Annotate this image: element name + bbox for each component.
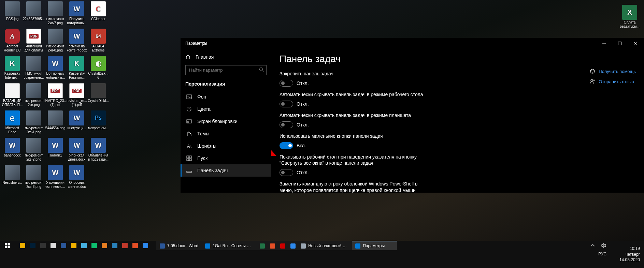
desktop-icon-label: Kaspersky Internet... <box>1 72 23 79</box>
volume-icon[interactable] <box>601 243 606 248</box>
toggle-switch[interactable] <box>280 142 293 149</box>
close-button[interactable] <box>628 38 643 49</box>
tray-clock[interactable]: 10:19 четверг 14.05.2020 <box>619 241 641 268</box>
desktop-icon[interactable]: baner.docx <box>1 138 23 158</box>
desktop-icon[interactable]: Японская диета.docx <box>66 138 88 161</box>
nav-item-Пуск[interactable]: Пуск <box>181 152 271 164</box>
desktop-icon[interactable]: Объявления в подъезде... <box>87 138 109 161</box>
nav-item-Фон[interactable]: Фон <box>181 91 271 103</box>
desktop-icon[interactable]: Опросник шенген.doc <box>66 165 88 189</box>
taskbar-task[interactable] <box>267 241 277 250</box>
desktop-icon-label: Kaspersky Passwor... <box>66 72 88 79</box>
svg-point-11 <box>190 109 190 110</box>
desktop-icon[interactable]: гмс-ремонт 2кв.png <box>23 83 45 107</box>
nav-item-Шрифты[interactable]: AAШрифты <box>181 140 271 152</box>
taskbar-pin[interactable] <box>48 241 58 250</box>
desktop-icon[interactable]: квитанция для оплаты пат... <box>23 29 45 53</box>
taskbar-pin[interactable] <box>38 241 48 250</box>
desktop-icon[interactable]: макросъем... <box>87 110 109 130</box>
desktop-icon[interactable]: гмс-ремонт 2кв-8.png <box>44 29 66 52</box>
minimize-button[interactable] <box>596 38 612 49</box>
taskbar-task[interactable] <box>287 241 297 250</box>
taskbar-task[interactable] <box>277 241 287 250</box>
desktop-icon[interactable]: Microsoft Edge <box>1 110 23 134</box>
desktop-icon-label: ГМС-кухня современн... <box>23 72 45 79</box>
desktop-icon[interactable]: Оплата редактуры... <box>619 5 641 28</box>
taskbar-task[interactable]: Новый текстовый до... <box>297 241 352 250</box>
desktop-icon[interactable]: INVITRO_23... (1).pdf <box>44 83 66 107</box>
taskbar-pin[interactable] <box>100 241 109 250</box>
taskbar-tasks: 7.05.docx - Word1Gai.Ru - Советы и т...Н… <box>156 241 397 250</box>
toggle-switch[interactable] <box>280 101 293 107</box>
desktop-icon[interactable]: CrystalDisk... 6 <box>87 56 109 79</box>
taskbar-icon <box>186 168 192 173</box>
desktop-icon[interactable]: гмс-ремонт 2кв-3.png <box>23 165 45 189</box>
desktop-icon[interactable]: Kaspersky Passwor... <box>66 56 88 79</box>
start-button[interactable] <box>0 241 14 250</box>
toggle-switch[interactable] <box>280 80 293 87</box>
nav-item-Цвета[interactable]: Цвета <box>181 103 271 115</box>
toggle-switch[interactable] <box>280 121 293 128</box>
desktop-icon-label: Японская диета.docx <box>66 153 88 161</box>
desktop-icon[interactable]: гмс-ремонт 2кв-7.png <box>44 1 66 25</box>
taskbar-pin[interactable] <box>79 241 89 250</box>
taskbar-task[interactable] <box>256 241 267 250</box>
desktop-icon[interactable]: гмс-ремонт 2кв-1.png <box>23 110 45 134</box>
desktop-icon[interactable]: Acrobat Reader DC <box>1 29 23 52</box>
taskbar-pin[interactable] <box>28 241 38 250</box>
svg-text:A: A <box>189 145 191 148</box>
desktop-icon[interactable]: revisium_re... (1).pdf <box>66 83 88 107</box>
desktop-icon[interactable]: CrystalDiskI... <box>87 83 109 103</box>
desktop-icon[interactable]: Kaspersky Internet... <box>1 56 23 79</box>
taskbar-pin[interactable] <box>130 241 140 250</box>
desktop-icon-label: Вот почему мобильны... <box>44 72 66 79</box>
desktop-icon[interactable]: PCS.jpg <box>1 1 23 21</box>
desktop-icon-label: ВАТАНЦИЯ ОПЛАТЫ П... <box>1 99 23 107</box>
desktop-icon[interactable]: ссылки на контент.docx <box>66 29 88 52</box>
desktop-icon[interactable]: Nesushie-v... <box>1 165 23 185</box>
nav-item-Экран блокировки[interactable]: Экран блокировки <box>181 115 271 128</box>
svg-rect-13 <box>187 121 189 122</box>
desktop-icon[interactable]: Налоги1 <box>44 138 66 158</box>
svg-rect-16 <box>187 156 189 158</box>
tray-language[interactable]: РУС <box>598 252 606 256</box>
taskbar-pin[interactable] <box>110 241 119 250</box>
toggle-switch[interactable] <box>280 169 293 176</box>
desktop-icon-label: revisium_re... (1).pdf <box>66 99 88 107</box>
desktop-icon[interactable]: AIDA64 Extreme <box>87 29 109 52</box>
nav-item-Панель задач[interactable]: Панель задач <box>181 164 271 177</box>
desktop-icon-label: У компании есть неско... <box>44 181 66 189</box>
desktop-icon-label: PCS.jpg <box>1 17 23 21</box>
taskbar-pin[interactable] <box>141 241 150 250</box>
desktop-icon[interactable]: Вот почему мобильны... <box>44 56 66 79</box>
desktop-icon[interactable]: ВАТАНЦИЯ ОПЛАТЫ П... <box>1 83 23 107</box>
desktop-icon[interactable]: 5444554.png <box>44 110 66 130</box>
feedback-label: Отправить отзыв <box>599 79 634 84</box>
taskbar-pin[interactable] <box>69 241 78 250</box>
search-input[interactable] <box>185 65 267 75</box>
desktop-icon-label: 5444554.png <box>44 126 66 130</box>
text-icon <box>5 83 20 98</box>
taskbar-task[interactable]: 1Gai.Ru - Советы и т... <box>202 241 256 250</box>
taskbar-pin[interactable] <box>18 241 27 250</box>
taskbar-pin[interactable] <box>120 241 130 250</box>
chevron-up-icon[interactable] <box>591 243 595 248</box>
taskbar-pin[interactable] <box>59 241 68 250</box>
taskbar-pin[interactable] <box>89 241 99 250</box>
desktop-icon[interactable]: ГМС-кухня современн... <box>23 56 45 79</box>
desktop-icon[interactable]: У компании есть неско... <box>44 165 66 189</box>
nav-home[interactable]: Главная <box>181 51 271 63</box>
desktop-icon[interactable]: гмс-ремонт 2кв-2.png <box>23 138 45 161</box>
get-help-link[interactable]: Получить помощь <box>590 69 636 74</box>
taskbar-task[interactable]: Параметры <box>352 241 397 250</box>
svg-point-10 <box>189 108 190 108</box>
desktop-icon[interactable]: Получить нотариаль... <box>66 1 88 25</box>
nav-item-Темы[interactable]: Темы <box>181 128 271 140</box>
tray-time: 10:19 <box>630 246 640 252</box>
taskbar-task[interactable]: 7.05.docx - Word <box>156 241 202 250</box>
desktop-icon[interactable]: CCleaner <box>87 1 109 21</box>
maximize-button[interactable] <box>612 38 628 49</box>
feedback-link[interactable]: Отправить отзыв <box>590 79 636 84</box>
desktop-icon[interactable]: 2248287995... <box>23 1 45 21</box>
desktop-icon[interactable]: инструкци... <box>66 110 88 130</box>
